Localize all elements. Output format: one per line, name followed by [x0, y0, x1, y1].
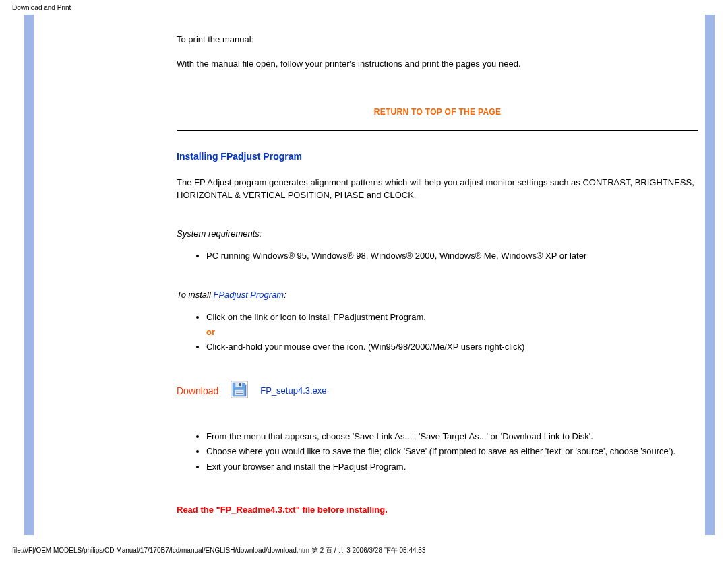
svg-rect-3 — [235, 390, 244, 395]
download-file-link[interactable]: FP_setup4.3.exe — [260, 385, 326, 396]
svg-rect-1 — [236, 383, 243, 388]
section-heading: Installing FPadjust Program — [177, 151, 698, 162]
right-blue-bar — [705, 15, 715, 535]
content-frame: To print the manual: With the manual fil… — [24, 15, 715, 535]
download-row: Download FP_setup4.3.exe — [177, 381, 698, 400]
or-label: or — [206, 325, 698, 339]
system-requirements-list: PC running Windows® 95, Windows® 98, Win… — [177, 249, 698, 263]
install-steps-list-1: Click on the link or icon to install FPa… — [177, 311, 698, 354]
return-to-top-link[interactable]: RETURN TO TOP OF THE PAGE — [374, 107, 502, 117]
install-steps-list-2: From the menu that appears, choose 'Save… — [177, 430, 698, 473]
footer-file-path: file:///F|/OEM MODELS/philips/CD Manual/… — [12, 546, 425, 555]
section-divider — [177, 130, 698, 131]
svg-rect-2 — [239, 383, 241, 386]
to-print-label: To print the manual: — [177, 34, 698, 46]
download-label: Download — [177, 385, 218, 396]
disk-icon[interactable] — [231, 381, 248, 400]
left-blue-bar — [24, 15, 34, 535]
list-item: Click on the link or icon to install FPa… — [206, 311, 698, 339]
list-item: From the menu that appears, choose 'Save… — [206, 430, 698, 443]
print-instructions: With the manual file open, follow your p… — [177, 58, 698, 70]
list-item: Exit your browser and install the FPadju… — [206, 460, 698, 474]
left-margin-spacer — [34, 15, 177, 535]
to-install-suffix: : — [284, 290, 286, 300]
main-content: To print the manual: With the manual fil… — [177, 15, 705, 535]
to-install-prefix: To install — [177, 290, 213, 300]
fpadjust-program-link[interactable]: FPadjust Program — [213, 290, 284, 300]
list-item: PC running Windows® 95, Windows® 98, Win… — [206, 249, 698, 263]
to-install-label: To install FPadjust Program: — [177, 290, 698, 300]
return-to-top-wrapper: RETURN TO TOP OF THE PAGE — [177, 106, 698, 117]
system-requirements-label: System requirements: — [177, 228, 698, 239]
readme-warning: Read the "FP_Readme4.3.txt" file before … — [177, 505, 698, 515]
list-item: Choose where you would like to save the … — [206, 445, 698, 458]
step-click-text: Click on the link or icon to install FPa… — [206, 312, 426, 322]
list-item: Click-and-hold your mouse over the icon.… — [206, 340, 698, 354]
section-description: The FP Adjust program generates alignmen… — [177, 177, 698, 201]
page-header-title: Download and Print — [12, 4, 71, 11]
